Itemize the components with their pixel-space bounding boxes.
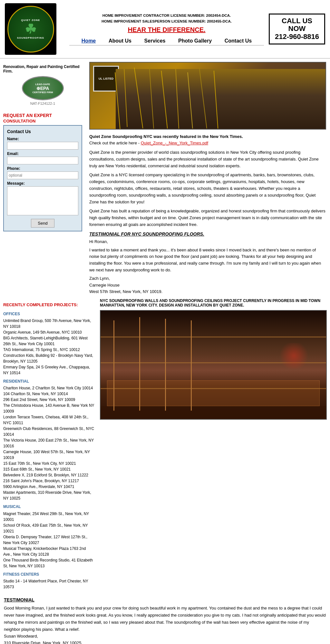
nav-contact[interactable]: Contact Us xyxy=(225,38,252,44)
list-item: One Thousand Birds Recording Studio, 41 … xyxy=(3,557,95,569)
list-item: London Terrace Towers, Chelsea, 408 W 24… xyxy=(3,414,95,426)
nav-home[interactable]: Home xyxy=(82,38,96,44)
project-image xyxy=(100,310,327,420)
testimonial1-sign3: West 57th Street, New York, NY 10019. xyxy=(89,288,326,295)
form-title: Contact Us xyxy=(7,129,78,134)
header-center: HOME IMPROVEMENT CONTRACTOR LICENSE NUMB… xyxy=(64,13,269,46)
nav-gallery[interactable]: Photo Gallery xyxy=(178,38,212,44)
epa-badge: LEAD-SAFE ⊕EPA CERTIFIED FIRM xyxy=(22,76,64,100)
offices-list: Unlimited Brand Group, 500 7th Avenue, N… xyxy=(3,318,95,376)
shamrock-icon: ☘ xyxy=(25,22,36,36)
epa-cert-text: CERTIFIED FIRM xyxy=(33,91,53,94)
nav: Home About Us Services Photo Gallery Con… xyxy=(69,35,264,45)
main-para1: Quiet Zone is the premier provider of wo… xyxy=(89,149,326,169)
musical-list: Magnet Theater, 254 West 29th St., New Y… xyxy=(3,511,95,569)
name-label: Name: xyxy=(7,137,78,141)
contact-form: Contact Us Name: Email: Phone: Message: … xyxy=(3,125,82,231)
consultation-subtitle: CONSULTATION xyxy=(3,119,82,123)
testimonial2-sign2: 310 Riverside Drive, New York, NY 10025 xyxy=(4,640,326,644)
list-item: 296 East 2nd Street, New York, NY 10009 xyxy=(3,397,95,403)
message-label: Message: xyxy=(7,181,78,186)
phone-input[interactable] xyxy=(7,171,78,179)
epa-main-text: ⊕EPA xyxy=(36,86,49,91)
hero-image: UL LISTED xyxy=(89,62,326,130)
message-textarea[interactable] xyxy=(7,186,78,215)
offices-label: OFFICES xyxy=(3,311,95,317)
left-sidebar: Renovation, Repair and Painting Certifie… xyxy=(0,62,85,295)
list-item: Studio 14 - 14 Waterfront Place, Port Ch… xyxy=(3,578,95,590)
fitness-label: FITNESS CENTERS xyxy=(3,571,95,578)
epa-lead-text: LEAD-SAFE xyxy=(35,83,50,86)
main-para3: Quiet Zone has built a reputation of bei… xyxy=(89,208,326,228)
list-item: 15 East 70th St., New York City, NY 1002… xyxy=(3,461,95,466)
testimonial1-sign2: Carnegie House xyxy=(89,282,326,289)
cert-section: Renovation, Repair and Painting Certifie… xyxy=(3,62,82,108)
list-item: Emmary Day Spa, 24 S Greeley Ave., Chapp… xyxy=(3,364,95,376)
left-projects: RECENTLY COMPLETED PROJECTS: OFFICES Unl… xyxy=(3,298,95,590)
projects-section-title: RECENTLY COMPLETED PROJECTS: xyxy=(3,302,95,308)
phone-label: Phone: xyxy=(7,166,78,171)
name-input[interactable] xyxy=(7,142,78,150)
list-item: Greenwich Club Residences, 88 Greenwich … xyxy=(3,426,95,437)
cert-tagline: Renovation, Repair and Painting Certifie… xyxy=(3,64,82,73)
right-projects: NYC SOUNDPROOFING WALLS AND SOUNDPROOFIN… xyxy=(100,298,327,590)
hear-difference: HEAR THE DIFFERENCE. xyxy=(69,26,264,34)
email-label: Email: xyxy=(7,151,78,156)
list-item: Master Apartments, 310 Riverside Drive, … xyxy=(3,490,95,501)
list-item: TAG International, 75 Spring St., NYC 10… xyxy=(3,347,95,353)
logo-image: QUIET ZONE ☘ SOUNDPROOFING xyxy=(5,3,56,55)
list-item: Belvedere X, 219 Eckford St, Brooklyn, N… xyxy=(3,472,95,478)
residential-label: RESIDENTIAL xyxy=(3,378,95,385)
list-item: The Christodora House, 143 Avenue B, New… xyxy=(3,403,95,414)
list-item: Oberia D. Dempsey Theater, 127 West 127t… xyxy=(3,534,95,546)
bottom-content: TESTIMONIAL Good Morning Ronan, I just w… xyxy=(0,590,330,644)
consultation-title: REQUEST AN EXPERT xyxy=(3,113,82,118)
nat-text: NAT-F124122-1 xyxy=(3,102,82,105)
phone-number[interactable]: 212-960-8816 xyxy=(273,33,321,41)
consultation-section: REQUEST AN EXPERT CONSULTATION Contact U… xyxy=(3,113,82,231)
testimonial2-body: Good Morning Ronan, I just wanted to tha… xyxy=(4,605,326,633)
main-body-text: Quiet Zone is the premier provider of wo… xyxy=(89,149,326,228)
featured-text: Quiet Zone Soundproofing NYC was recentl… xyxy=(89,133,326,146)
list-item: 216 Saint John's Place, Brooklyn, NY 112… xyxy=(3,478,95,484)
lower-section: RECENTLY COMPLETED PROJECTS: OFFICES Unl… xyxy=(0,298,330,590)
logo-top-text: QUIET ZONE xyxy=(21,19,40,22)
nyc-project-header: NYC SOUNDPROOFING WALLS AND SOUNDPROOFIN… xyxy=(100,298,327,307)
main-content: UL LISTED Quiet Zone Soundproofing NYC w… xyxy=(85,62,330,295)
list-item: Construction Kids, Building 92 - Brookly… xyxy=(3,353,95,364)
residential-list: Charlton House, 2 Charlton St, New York … xyxy=(3,385,95,501)
list-item: Carnegie House, 100 West 57th St., New Y… xyxy=(3,449,95,461)
list-item: Magnet Theater, 254 West 29th St., New Y… xyxy=(3,511,95,522)
testimonial1-sign1: Zach Lynn, xyxy=(89,275,326,282)
main-para2: Quiet Zone is a NYC licensed company spe… xyxy=(89,172,326,205)
testimonial1-body: I wanted to take a moment and thank you.… xyxy=(89,247,326,274)
nyt-link[interactable]: Quiet_Zone_-_New_York_Times.pdf xyxy=(141,141,208,145)
list-item: 315 East 69th St., New York, NY 10021 xyxy=(3,466,95,472)
list-item: School Of Rock, 439 East 75th St., New Y… xyxy=(3,522,95,534)
musical-label: MUSICAL xyxy=(3,504,95,510)
logo-bottom-text: SOUNDPROOFING xyxy=(17,36,44,39)
testimonial1-title: TESTIMONIAL FOR NYC SOUNDPROOFING FLOORS… xyxy=(89,231,326,237)
send-button[interactable]: Send xyxy=(31,219,54,228)
list-item: Musical Therapy, Knickerbocker Plaza 176… xyxy=(3,546,95,557)
testimonial2-title: TESTIMONIAL xyxy=(4,596,326,603)
list-item: 5900 Arlington Ave., Riverdale, NY 10471 xyxy=(3,484,95,490)
call-box: CALL US NOW 212-960-8816 xyxy=(269,14,325,44)
list-item: BIG Architects, Starrett-LehighBuilding,… xyxy=(3,335,95,347)
license-text: HOME IMPROVEMENT CONTRACTOR LICENSE NUMB… xyxy=(69,13,264,24)
list-item: Unlimited Brand Group, 500 7th Avenue, N… xyxy=(3,318,95,329)
nav-services[interactable]: Services xyxy=(144,38,166,44)
fitness-list: Studio 14 - 14 Waterfront Place, Port Ch… xyxy=(3,578,95,590)
testimonial1-section: TESTIMONIAL FOR NYC SOUNDPROOFING FLOORS… xyxy=(89,231,326,295)
list-item: The Victoria House, 200 East 27th St., N… xyxy=(3,437,95,449)
testimonial2-sign1: Susan Woodward, xyxy=(4,633,326,640)
call-us-now: CALL US NOW xyxy=(273,17,321,33)
license1: HOME IMPROVEMENT CONTRACTOR LICENSE NUMB… xyxy=(102,14,231,17)
logo-inner: QUIET ZONE ☘ SOUNDPROOFING xyxy=(7,6,54,53)
logo-area: QUIET ZONE ☘ SOUNDPROOFING xyxy=(5,3,64,55)
list-item: Organic Avenue, 149 5th Avenue, NYC 1001… xyxy=(3,329,95,335)
list-item: 104 Charlton St, New York, NY 10014 xyxy=(3,391,95,397)
list-item: Charlton House, 2 Charlton St, New York … xyxy=(3,385,95,391)
email-input[interactable] xyxy=(7,157,78,164)
nav-about[interactable]: About Us xyxy=(109,38,131,44)
